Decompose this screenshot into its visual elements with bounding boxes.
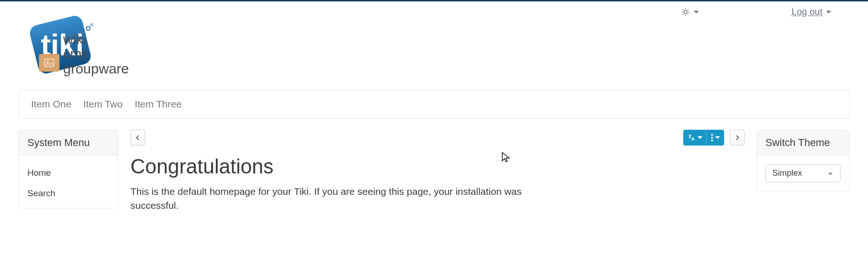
theme-select[interactable]: Simplex xyxy=(765,164,841,182)
chevron-down-icon xyxy=(827,170,834,177)
translate-button[interactable] xyxy=(683,130,706,146)
svg-point-17 xyxy=(711,137,713,139)
logo-tagline-line: groupware xyxy=(63,61,129,76)
svg-point-0 xyxy=(684,10,687,13)
main-navbar: Item One Item Two Item Three xyxy=(19,90,849,119)
svg-text:®: ® xyxy=(90,23,94,28)
logout-label: Log out xyxy=(791,7,823,17)
theme-mode-toggle[interactable] xyxy=(681,7,699,17)
caret-down-icon xyxy=(826,11,831,13)
page-intro: This is the default homepage for your Ti… xyxy=(130,185,539,213)
caret-down-icon xyxy=(698,136,702,139)
svg-point-12 xyxy=(86,27,90,30)
svg-point-18 xyxy=(711,140,713,141)
svg-line-7 xyxy=(683,14,684,15)
navbar-item[interactable]: Item Three xyxy=(135,99,181,110)
image-placeholder-icon xyxy=(39,54,59,72)
main-content: Congratulations This is the default home… xyxy=(129,130,746,213)
page-title: Congratulations xyxy=(130,155,745,178)
forward-button[interactable] xyxy=(730,130,745,146)
system-menu-item-home[interactable]: Home xyxy=(19,158,118,178)
navbar-item[interactable]: Item Two xyxy=(83,99,123,110)
system-menu-title: System Menu xyxy=(19,130,118,156)
navbar-item[interactable]: Item One xyxy=(31,99,71,110)
page-actions-button[interactable] xyxy=(706,130,724,146)
logo-tagline-line: cms xyxy=(63,46,129,61)
svg-line-5 xyxy=(683,9,684,10)
back-button[interactable] xyxy=(130,130,145,146)
svg-point-15 xyxy=(47,61,49,63)
translate-button-group xyxy=(683,130,724,146)
sun-icon xyxy=(681,7,690,17)
logo-tagline: wiki cms groupware xyxy=(63,32,129,76)
caret-down-icon xyxy=(715,136,720,139)
switch-theme-card: Switch Theme Simplex xyxy=(757,130,849,191)
logout-link[interactable]: Log out xyxy=(791,7,831,17)
system-menu-card: System Menu Home Search xyxy=(19,130,118,208)
theme-select-value: Simplex xyxy=(772,168,802,178)
svg-line-8 xyxy=(687,9,688,10)
svg-point-16 xyxy=(711,134,713,136)
caret-down-icon xyxy=(694,11,699,13)
system-menu-item-search[interactable]: Search xyxy=(19,178,118,199)
svg-line-6 xyxy=(687,14,688,15)
logo-tagline-line: wiki xyxy=(63,32,129,47)
switch-theme-title: Switch Theme xyxy=(757,130,849,156)
